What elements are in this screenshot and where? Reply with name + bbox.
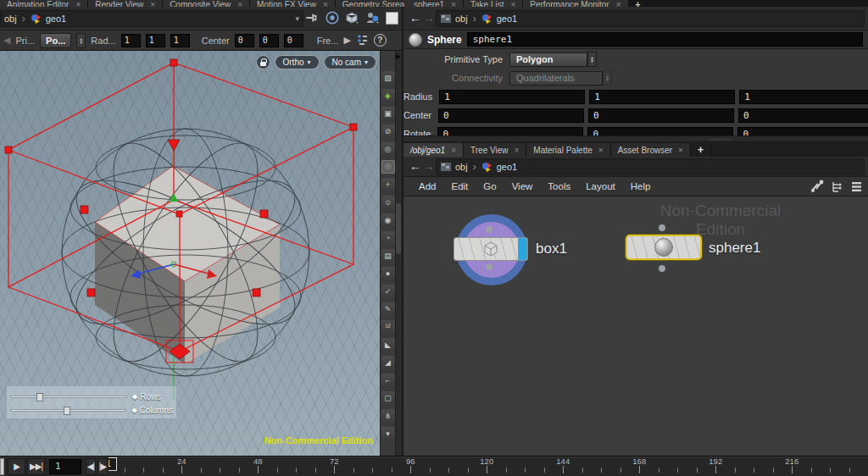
path-dropdown-icon[interactable]: ▾ (295, 14, 299, 23)
step-forward-button[interactable]: |▶ (97, 458, 108, 475)
tab-motion-fx-view[interactable]: Motion FX View× (250, 0, 336, 7)
close-icon[interactable]: × (598, 146, 604, 155)
radius-z-field[interactable]: 1 (739, 90, 868, 104)
columns-slider-handle[interactable] (64, 407, 70, 415)
radius-x-field[interactable]: 1 (439, 90, 585, 104)
projection-menu[interactable]: Ortho▾ (275, 55, 320, 69)
group-type-menu[interactable]: Po... (40, 33, 71, 48)
box1-display-flag[interactable] (518, 238, 527, 260)
jack-icon[interactable]: ⋔ (381, 409, 395, 423)
parameter-path-field[interactable]: obj › geo1 (436, 10, 865, 27)
radius-z-field[interactable]: 1 (170, 34, 190, 47)
point-count-icon[interactable]: ¹² (381, 320, 395, 334)
breadcrumb-geo1[interactable]: geo1 (497, 162, 517, 172)
draw-icon[interactable]: ✎ (381, 302, 395, 316)
point-icon[interactable]: ● (381, 267, 395, 280)
add-tab-button[interactable]: + (629, 0, 648, 7)
close-icon[interactable]: × (514, 146, 519, 155)
box1-output-connector[interactable] (486, 263, 492, 270)
menu-edit[interactable]: Edit (451, 181, 468, 191)
expand-arrow-icon[interactable]: ▶ (396, 53, 401, 60)
tab-take-list[interactable]: Take List× (464, 0, 523, 7)
headlight-icon[interactable]: ☉ (381, 160, 395, 174)
camera-menu[interactable]: No cam▾ (324, 55, 376, 69)
secure-selection-icon[interactable]: ▣ (381, 107, 395, 120)
radius-x-field[interactable]: 1 (121, 34, 141, 47)
scene-viewport[interactable]: Ortho▾ No cam▾ ◆ Rows ◆ Columns Non-Comm… (0, 51, 380, 456)
go-to-end-button[interactable]: ▶▶| (27, 458, 45, 475)
hook-icon[interactable]: ✓ (381, 285, 395, 298)
menu-add[interactable]: Add (419, 181, 436, 191)
breadcrumb-geo1[interactable]: geo1 (46, 14, 66, 24)
color-swatch[interactable] (386, 12, 398, 25)
viewer-path-field[interactable]: obj › geo1 ▾ (0, 10, 303, 27)
tab-sphere1[interactable]: sphere1× (407, 0, 464, 7)
add-tab-button[interactable]: + (691, 143, 711, 157)
menu-go[interactable]: Go (483, 181, 496, 191)
breadcrumb-geo1[interactable]: geo1 (497, 14, 517, 24)
breadcrumb-obj[interactable]: obj (455, 14, 468, 24)
close-icon[interactable]: × (237, 0, 242, 7)
prev-arrow-icon[interactable]: ◀ (3, 35, 10, 46)
breadcrumb-obj[interactable]: obj (455, 162, 468, 172)
rotate-x-field[interactable]: 0 (437, 127, 583, 136)
playhead-marker[interactable]: 1 (108, 457, 117, 471)
menu-tools[interactable]: Tools (548, 181, 570, 191)
lifesaver-icon[interactable]: ◉ (381, 213, 395, 227)
play-button[interactable]: ▶ (8, 458, 25, 475)
prim-count-icon[interactable]: ◢ (381, 356, 395, 369)
close-icon[interactable]: × (150, 0, 155, 7)
network-path-field[interactable]: obj › geo1 (436, 158, 865, 175)
playbar-edge-button[interactable] (0, 458, 4, 475)
add-character-icon[interactable]: ☺ (381, 196, 395, 209)
close-icon[interactable]: × (616, 0, 621, 7)
close-icon[interactable]: × (323, 0, 328, 7)
tab-material-palette[interactable]: Material Palette× (526, 143, 610, 157)
next-arrow-icon[interactable]: ▶ (343, 35, 350, 46)
center-x-field[interactable]: 0 (438, 108, 584, 123)
tools-wrench-icon[interactable] (810, 180, 824, 193)
pin-disabled-icon[interactable]: ⊘ (381, 125, 395, 138)
view-lock-button[interactable] (256, 55, 270, 69)
isolate-icon[interactable]: ▧ (381, 71, 395, 85)
menu-view[interactable]: View (512, 181, 533, 191)
timeline-ruler[interactable]: 1 24487296120144168192216 (108, 457, 868, 476)
pivot-icon[interactable]: ◎ (381, 142, 395, 156)
prim-icon[interactable]: ◣ (381, 338, 395, 351)
center-z-field[interactable]: 0 (284, 34, 303, 47)
radius-y-field[interactable]: 1 (589, 90, 735, 104)
rotate-z-field[interactable]: 0 (737, 127, 868, 136)
node-name-field[interactable]: sphere1 (467, 32, 863, 47)
forward-icon[interactable]: → (420, 159, 437, 173)
current-frame-field[interactable]: 1 (49, 459, 81, 474)
tab-performance-monitor[interactable]: Performance Monitor× (523, 0, 628, 7)
pin-icon[interactable] (304, 10, 320, 25)
character-icon[interactable] (365, 10, 381, 25)
pane-resize-handle[interactable] (403, 136, 868, 142)
sphere1-input-connector[interactable] (659, 224, 665, 231)
menu-help[interactable]: Help (631, 181, 651, 191)
tab-render-view[interactable]: Render View× (88, 0, 163, 7)
visibility-icon[interactable]: ◔ (381, 231, 395, 245)
center-y-field[interactable]: 0 (259, 34, 279, 47)
more-below-icon[interactable]: ▾ (381, 427, 395, 440)
close-icon[interactable]: × (510, 0, 515, 7)
view-cube-icon[interactable] (345, 10, 360, 25)
center-x-field[interactable]: 0 (235, 34, 254, 47)
add-light-icon[interactable]: + (381, 178, 395, 191)
forward-icon[interactable]: → (420, 11, 437, 25)
columns-slider[interactable] (10, 409, 126, 412)
center-y-field[interactable]: 0 (588, 108, 734, 123)
sort-parms-icon[interactable] (356, 34, 369, 47)
corner-icon[interactable]: ⌐ (381, 374, 395, 387)
select-mode-icon[interactable]: ◈ (381, 89, 395, 102)
rows-slider[interactable] (10, 396, 127, 398)
node-box1[interactable] (453, 237, 528, 261)
tab-tree-view[interactable]: Tree View× (464, 143, 526, 157)
radial-menu-icon[interactable] (325, 10, 340, 25)
rows-slider-handle[interactable] (36, 393, 43, 401)
close-icon[interactable]: × (75, 0, 81, 7)
tab-asset-browser[interactable]: Asset Browser× (611, 143, 691, 157)
rotate-y-field[interactable]: 0 (587, 127, 733, 136)
box-select-icon[interactable]: ▢ (381, 391, 395, 405)
